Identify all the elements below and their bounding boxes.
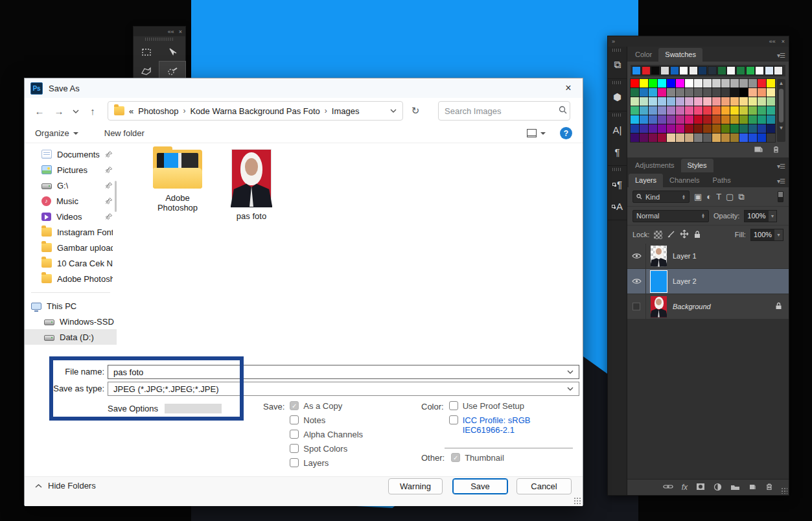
swatch[interactable] — [703, 88, 712, 97]
save-as-type-dropdown-icon[interactable] — [567, 387, 574, 391]
checkbox-notes[interactable]: Notes — [290, 415, 363, 425]
swatch[interactable] — [703, 133, 712, 142]
swatch[interactable] — [649, 79, 657, 87]
sidebar-item-data-d[interactable]: Data (D:) — [25, 329, 117, 345]
swatch[interactable] — [703, 115, 712, 124]
swatch[interactable] — [685, 97, 693, 106]
sidebar-item-instagram-font-g[interactable]: Instagram Font G — [25, 224, 117, 240]
swatch[interactable] — [708, 67, 716, 75]
paragraph-styles-panel-icon[interactable]: ¶ — [608, 173, 627, 195]
save-button[interactable]: Save — [452, 478, 508, 494]
swatch[interactable] — [721, 124, 730, 133]
filter-smart-objects-icon[interactable]: ⧉ — [738, 192, 744, 202]
delete-swatch-icon[interactable] — [772, 145, 780, 155]
swatch[interactable] — [712, 88, 721, 97]
file-name-dropdown-icon[interactable] — [567, 370, 574, 374]
visibility-off-box[interactable] — [627, 294, 646, 319]
lock-transparency-icon[interactable] — [654, 231, 662, 239]
scroll-thumb[interactable] — [779, 89, 783, 122]
swatch[interactable] — [661, 67, 669, 75]
swatch[interactable] — [658, 124, 666, 133]
checkbox-as-a-copy[interactable]: ✓As a Copy — [290, 401, 363, 411]
swatch[interactable] — [658, 106, 666, 115]
sidebar-item-adobe-photoshop[interactable]: Adobe Photoshop — [25, 271, 117, 286]
swatch[interactable] — [730, 133, 739, 142]
swatch[interactable] — [667, 106, 675, 115]
layer-mask-icon[interactable] — [696, 483, 705, 492]
swatch[interactable] — [730, 115, 739, 124]
tab-adjustments[interactable]: Adjustments — [629, 159, 681, 172]
swatch[interactable] — [667, 88, 675, 97]
swatch[interactable] — [631, 88, 639, 97]
swatch[interactable] — [767, 106, 775, 115]
swatch[interactable] — [730, 79, 739, 87]
checkbox-checked-icon[interactable]: ✓ — [451, 453, 460, 462]
swatch[interactable] — [649, 106, 657, 115]
swatch[interactable] — [712, 106, 721, 115]
swatch[interactable] — [694, 88, 702, 97]
file-list-area[interactable]: Adobe Photoshoppas foto — [117, 143, 583, 345]
swatch[interactable] — [758, 115, 766, 124]
checkbox-spot-colors[interactable]: Spot Colors — [290, 444, 363, 454]
filter-shape-layers-icon[interactable]: ▢ — [726, 192, 734, 202]
swatch[interactable] — [640, 88, 648, 97]
layer-comps-panel-icon[interactable]: ⧉ — [608, 54, 627, 76]
swatch[interactable] — [642, 67, 650, 75]
swatch[interactable] — [685, 133, 693, 142]
swatch[interactable] — [721, 106, 730, 115]
swatch[interactable] — [631, 124, 639, 133]
panel-menu-icon[interactable]: ▾☰ — [773, 178, 789, 187]
swatch[interactable] — [694, 115, 702, 124]
marquee-tool-icon[interactable] — [133, 42, 159, 62]
warning-button[interactable]: Warning — [388, 478, 443, 494]
checkbox-icc-profile-srgb[interactable]: ICC Profile: sRGBIEC61966-2.1 — [449, 415, 531, 435]
swatch[interactable] — [712, 124, 721, 133]
new-group-icon[interactable] — [730, 483, 740, 492]
swatch[interactable] — [676, 106, 684, 115]
collapsed-crumbs[interactable]: « — [129, 106, 133, 116]
checkbox-layers[interactable]: Layers — [290, 458, 363, 468]
swatch[interactable] — [739, 124, 748, 133]
swatch[interactable] — [767, 88, 775, 97]
view-options-button[interactable] — [527, 129, 546, 137]
swatch[interactable] — [651, 67, 659, 75]
filter-toggle[interactable] — [778, 191, 783, 202]
sidebar-item-windows-ssd-c[interactable]: Windows-SSD (C — [25, 314, 117, 329]
swatch[interactable] — [730, 106, 739, 115]
layer-row-layer-2[interactable]: Layer 2 — [627, 269, 789, 294]
file-name-field[interactable] — [108, 365, 579, 379]
swatch[interactable] — [658, 88, 666, 97]
swatch[interactable] — [640, 133, 648, 142]
swatch[interactable] — [758, 133, 766, 142]
swatch[interactable] — [667, 97, 675, 106]
checkbox-icon[interactable] — [449, 401, 458, 410]
swatch[interactable] — [718, 67, 726, 75]
swatch[interactable] — [737, 67, 745, 75]
tab-styles[interactable]: Styles — [681, 159, 713, 172]
swatch[interactable] — [685, 106, 693, 115]
layer-row-background[interactable]: Background — [627, 294, 789, 319]
close-dock-icon[interactable]: × — [782, 38, 785, 45]
swatch[interactable] — [774, 67, 782, 75]
checkbox-icon[interactable] — [290, 458, 299, 467]
panel-menu-icon[interactable]: ▾☰ — [773, 52, 789, 62]
swatch[interactable] — [739, 97, 748, 106]
swatch[interactable] — [727, 67, 735, 75]
kind-filter-dropdown[interactable]: Kind ▲▼ — [632, 191, 690, 203]
visibility-eye-icon[interactable] — [627, 244, 646, 268]
checkbox-thumbnail[interactable]: ✓Thumbnail — [451, 453, 504, 463]
swatch[interactable] — [739, 106, 748, 115]
scroll-down-icon[interactable]: ▼ — [779, 125, 784, 131]
swatch[interactable] — [632, 67, 640, 75]
palette-grip[interactable] — [145, 38, 174, 41]
swatch[interactable] — [730, 124, 739, 133]
swatch[interactable] — [748, 133, 757, 142]
swatch[interactable] — [676, 133, 684, 142]
swatch[interactable] — [631, 133, 639, 142]
swatch[interactable] — [712, 115, 721, 124]
swatch[interactable] — [667, 115, 675, 124]
swatch[interactable] — [758, 97, 766, 106]
lock-paint-icon[interactable] — [667, 230, 675, 240]
opacity-value[interactable]: 100%▼ — [744, 210, 777, 222]
swatch[interactable] — [685, 88, 693, 97]
